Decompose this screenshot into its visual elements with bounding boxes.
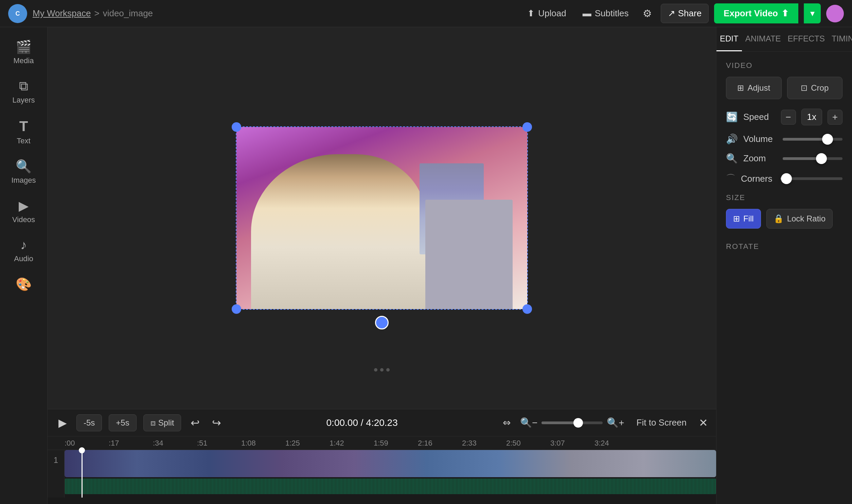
sidebar-item-layers[interactable]: ⧉ Layers	[3, 73, 44, 110]
sidebar-item-text[interactable]: T Text	[3, 113, 44, 151]
tab-edit[interactable]: EDIT	[716, 27, 742, 51]
layers-icon: ⧉	[19, 79, 28, 94]
zoom-in-button[interactable]: 🔍+	[607, 417, 624, 428]
audio-waveform	[65, 479, 716, 494]
timeline: :00 :17 :34 :51 1:08 1:25 1:42 1:59 2:16…	[48, 436, 716, 504]
subtitles-button[interactable]: ▬ Subtitles	[577, 5, 634, 22]
undo-button[interactable]: ↩	[188, 414, 202, 432]
main-content: 🎬 Media ⧉ Layers T Text 🔍 Images ▶ Video…	[0, 27, 852, 504]
share-icon: ↗	[668, 8, 675, 18]
ruler-mark: 3:24	[594, 439, 639, 448]
corners-row: ⌒ Corners	[726, 172, 842, 185]
plus5-button[interactable]: +5s	[109, 414, 136, 431]
sidebar-item-videos[interactable]: ▶ Videos	[3, 193, 44, 230]
resize-handle-tr[interactable]	[522, 122, 532, 132]
app-logo: C	[8, 4, 27, 23]
ruler-mark: :51	[197, 439, 241, 448]
rotate-handle[interactable]	[375, 316, 389, 329]
tab-animate[interactable]: ANIMATE	[742, 27, 784, 51]
zoom-slider-panel[interactable]	[783, 157, 842, 160]
images-icon: 🔍	[16, 159, 32, 174]
export-button[interactable]: Export Video ⬆	[714, 3, 798, 23]
corners-slider[interactable]	[780, 177, 842, 180]
video-section-label: VIDEO	[726, 61, 842, 70]
minus5-button[interactable]: -5s	[76, 414, 102, 431]
timeline-track: 1	[48, 450, 716, 498]
canvas-wrapper	[48, 27, 716, 409]
playhead[interactable]	[82, 450, 83, 498]
video-actions: ⊞ Adjust ⊡ Crop	[726, 77, 842, 99]
sidebar-item-label: Media	[14, 56, 34, 65]
svg-text:C: C	[16, 10, 20, 17]
sidebar-item-images[interactable]: 🔍 Images	[3, 154, 44, 190]
speed-plus-button[interactable]: +	[828, 110, 842, 125]
videos-icon: ▶	[19, 198, 29, 213]
close-button[interactable]: ✕	[699, 416, 708, 429]
ruler-mark: 1:25	[285, 439, 330, 448]
export-icon: ⬆	[781, 8, 789, 19]
breadcrumb-separator: >	[94, 8, 99, 19]
ruler-mark: :00	[65, 439, 109, 448]
size-buttons: ⊞ Fill 🔒 Lock Ratio	[726, 209, 842, 229]
time-display: 0:00.00 / 4:20.23	[318, 417, 406, 428]
project-name: video_image	[103, 8, 153, 19]
tab-effects[interactable]: EFFECTS	[784, 27, 828, 51]
trim-mode-button[interactable]: ⇔	[500, 414, 513, 431]
zoom-row: 🔍 Zoom	[726, 153, 842, 164]
tab-timing[interactable]: TIMING	[828, 27, 852, 51]
track-label: 1	[48, 450, 65, 498]
adjust-button[interactable]: ⊞ Adjust	[726, 77, 782, 99]
avatar	[826, 5, 844, 22]
zoom-controls: 🔍− 🔍+	[520, 417, 624, 428]
ruler-mark: 1:42	[330, 439, 374, 448]
play-button[interactable]: ▶	[56, 414, 70, 432]
media-icon: 🎬	[16, 39, 32, 54]
sidebar-item-label: Layers	[12, 96, 35, 105]
share-button[interactable]: ↗ Share	[661, 4, 709, 23]
dot-indicator	[380, 368, 384, 372]
upload-button[interactable]: ⬆ Upload	[522, 5, 571, 22]
video-frame	[236, 126, 528, 310]
lock-ratio-button[interactable]: 🔒 Lock Ratio	[766, 209, 833, 229]
redo-button[interactable]: ↪	[209, 414, 224, 432]
workspace-link[interactable]: My Workspace	[33, 8, 91, 19]
corners-icon: ⌒	[726, 172, 735, 185]
export-dropdown-button[interactable]: ▾	[804, 3, 821, 23]
video-section: VIDEO ⊞ Adjust ⊡ Crop 🔄 Speed − 1	[716, 52, 852, 193]
speed-minus-button[interactable]: −	[781, 110, 796, 125]
video-strip[interactable]	[65, 450, 716, 477]
sidebar-item-media[interactable]: 🎬 Media	[3, 34, 44, 71]
resize-handle-bl[interactable]	[232, 304, 241, 314]
speed-icon: 🔄	[726, 111, 738, 123]
volume-slider[interactable]	[783, 138, 842, 141]
ruler-mark: 3:07	[550, 439, 594, 448]
sidebar-item-color[interactable]: 🎨	[3, 271, 44, 297]
resize-handle-tl[interactable]	[232, 122, 241, 132]
color-icon: 🎨	[16, 277, 32, 292]
crop-button[interactable]: ⊡ Crop	[787, 77, 843, 99]
settings-button[interactable]: ⚙	[639, 4, 655, 23]
fit-screen-button[interactable]: Fit to Screen	[631, 414, 692, 431]
sidebar-item-label: Images	[11, 176, 36, 185]
zoom-slider[interactable]	[542, 421, 603, 424]
ruler-mark: :34	[153, 439, 197, 448]
rotate-section-label: ROTATE	[726, 242, 842, 251]
right-panel: EDIT ANIMATE EFFECTS TIMING VIDEO ⊞ Adju…	[716, 27, 852, 504]
sidebar-item-audio[interactable]: ♪ Audio	[3, 232, 44, 269]
speed-row: 🔄 Speed − 1x +	[726, 109, 842, 125]
video-content	[236, 127, 527, 309]
fill-button[interactable]: ⊞ Fill	[726, 209, 761, 229]
zoom-icon: 🔍	[726, 153, 738, 164]
sidebar: 🎬 Media ⧉ Layers T Text 🔍 Images ▶ Video…	[0, 27, 48, 504]
ruler-mark: 2:16	[418, 439, 462, 448]
resize-handle-br[interactable]	[522, 304, 532, 314]
zoom-out-button[interactable]: 🔍−	[520, 417, 537, 428]
subtitles-icon: ▬	[583, 8, 591, 19]
sidebar-item-label: Videos	[12, 215, 35, 224]
topbar: C My Workspace > video_image ⬆ Upload ▬ …	[0, 0, 852, 27]
breadcrumb: My Workspace > video_image	[33, 8, 153, 19]
lock-icon: 🔒	[774, 214, 784, 223]
split-button[interactable]: ⧈ Split	[143, 414, 181, 431]
volume-row: 🔊 Volume	[726, 133, 842, 145]
text-icon: T	[19, 118, 28, 134]
